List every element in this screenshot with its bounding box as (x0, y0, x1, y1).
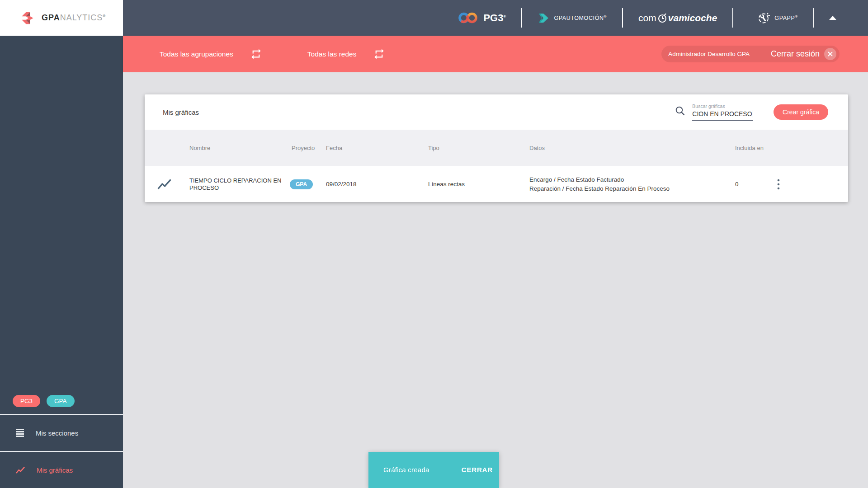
text-caret (753, 110, 754, 117)
repeat-icon[interactable] (373, 48, 385, 60)
chart-type: Líneas rectas (428, 181, 529, 188)
badge-gpa[interactable]: GPA (47, 395, 75, 407)
sidebar-item-mis-graficas[interactable]: Mis gráficas (0, 452, 123, 488)
wrench-icon (758, 12, 770, 24)
column-header-proyecto: Proyecto (290, 145, 326, 151)
column-header-tipo: Tipo (428, 145, 529, 151)
gpautomocion-logo: GPAUTOMOCIÓN® (538, 12, 607, 24)
repeat-icon[interactable] (250, 48, 262, 60)
topbar-separator (732, 8, 733, 28)
groupings-selector[interactable]: Todas las agrupaciones (160, 50, 233, 58)
line-chart-icon (16, 467, 25, 474)
page-title: Mis gráficas (163, 108, 199, 116)
hamburger-icon (16, 429, 24, 436)
main-content: Mis gráficas Buscar gráficas CION EN PRO… (123, 72, 868, 488)
gpanalytics-wordmark: GPANALYTICS® (42, 13, 106, 23)
chart-date: 09/02/2018 (326, 181, 428, 188)
table-header-row: Nombre Proyecto Fecha Tipo Datos Incluid… (145, 130, 848, 166)
create-chart-button[interactable]: Crear gráfica (774, 104, 828, 120)
search-icon[interactable] (675, 106, 685, 118)
gpautomocion-arrow-icon (538, 12, 549, 24)
project-badge: GPA (290, 179, 313, 189)
stopwatch-icon (657, 13, 668, 23)
sidebar-item-label: Mis gráficas (37, 466, 73, 474)
column-header-incluida-en: Incluida en (733, 145, 775, 151)
x-circle-icon[interactable] (824, 48, 836, 60)
session-pill: Administrador Desarrollo GPA Cerrar sesi… (661, 46, 840, 62)
included-in-count: 0 (733, 181, 775, 188)
gpapp-logo: GPAPP® (758, 12, 798, 24)
chart-name: TIEMPO CICLO REPARACION EN PROCESO (189, 177, 290, 192)
filter-bar: Todas las agrupaciones Todas las redes A… (123, 36, 868, 72)
gpanalytics-arrow-icon (19, 7, 34, 29)
column-header-nombre: Nombre (189, 145, 290, 151)
snackbar-message: Gráfica creada (383, 466, 429, 474)
my-charts-card: Mis gráficas Buscar gráficas CION EN PRO… (145, 94, 848, 202)
logout-button[interactable]: Cerrar sesión (771, 49, 820, 59)
line-chart-icon (157, 179, 189, 190)
snackbar-close-button[interactable]: CERRAR (462, 466, 493, 474)
sidebar-item-label: Mis secciones (36, 429, 78, 437)
top-brand-bar: PG3® GPAUTOMOCIÓN® com vamicoche (123, 0, 868, 36)
search-input[interactable]: CION EN PROCESO (692, 110, 753, 121)
search-label: Buscar gráficas (692, 103, 753, 109)
topbar-separator (622, 8, 623, 28)
chart-data-sources: Encargo / Fecha Estado Facturado Reparac… (529, 175, 733, 193)
topbar-separator (813, 8, 814, 28)
snackbar: Gráfica creada CERRAR (368, 452, 499, 488)
up-triangle-icon[interactable] (829, 16, 836, 20)
sidebar-item-mis-secciones[interactable]: Mis secciones (0, 415, 123, 451)
topbar-separator (521, 8, 522, 28)
context-badges: PG3 GPA (0, 395, 123, 414)
table-row[interactable]: TIEMPO CICLO REPARACION EN PROCESO GPA 0… (145, 166, 848, 202)
comprobamicoche-logo: com vamicoche (638, 13, 717, 23)
pg3-logo: PG3® (458, 11, 506, 24)
current-user-name: Administrador Desarrollo GPA (668, 51, 750, 57)
gpanalytics-logo: GPANALYTICS® (0, 0, 123, 36)
sidebar: GPANALYTICS® PG3 GPA Mis secciones Mis g… (0, 0, 123, 488)
column-header-fecha: Fecha (326, 145, 428, 151)
kebab-icon[interactable] (775, 177, 797, 192)
column-header-datos: Datos (529, 145, 733, 151)
badge-pg3[interactable]: PG3 (13, 395, 40, 407)
networks-selector[interactable]: Todas las redes (307, 50, 357, 58)
pg3-infinity-icon (458, 11, 478, 24)
